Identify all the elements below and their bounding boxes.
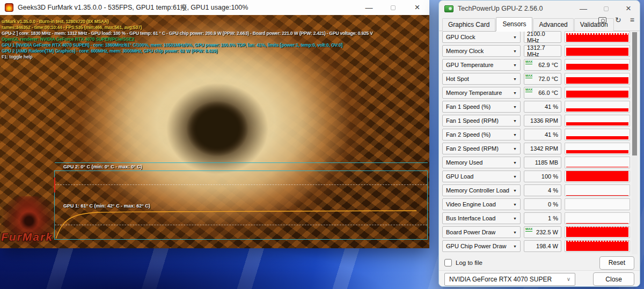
gpuz-window: TechPowerUp GPU-Z 2.56.0 — × Graphics Ca… — [438, 0, 640, 287]
sensor-graph — [565, 129, 630, 140]
sensor-name-dropdown[interactable]: Memory Temperature ▼ — [442, 87, 521, 99]
chevron-down-icon: ▼ — [513, 35, 517, 39]
close-icon[interactable]: × — [617, 1, 640, 17]
close-icon[interactable]: × — [405, 0, 429, 15]
sensor-name: GPU Clock — [446, 34, 475, 40]
sensor-graph — [565, 59, 630, 71]
furmark-titlebar[interactable]: Geeks3D FurMark v1.35.0.0 - 535FPS, GPU1… — [0, 0, 429, 15]
log-to-file-checkbox[interactable] — [444, 259, 452, 266]
sensor-value: 41 % — [545, 103, 558, 110]
furmark-window-title: Geeks3D FurMark v1.35.0.0 - 535FPS, GPU1… — [18, 3, 248, 12]
gpu2-temp-label: GPU 2: 0° C (min: 0° C - max: 0° C) — [63, 164, 142, 169]
chevron-down-icon: ▼ — [513, 231, 517, 234]
tab-sensors[interactable]: Sensors — [496, 17, 532, 31]
sensor-name-dropdown[interactable]: Fan 2 Speed (RPM) ▼ — [442, 143, 521, 154]
sensor-row: Memory Controller Load ▼ 4 % — [442, 184, 630, 196]
sensor-name-dropdown[interactable]: GPU Chip Power Draw ▼ — [442, 240, 521, 252]
sensor-value: 72.0 °C — [538, 76, 558, 82]
chevron-down-icon: ▼ — [513, 105, 517, 109]
sensor-value-box: 0 % — [524, 198, 561, 210]
sensor-graph — [565, 226, 630, 238]
sensor-name-dropdown[interactable]: Fan 2 Speed (%) ▼ — [442, 129, 521, 140]
sensor-graph — [565, 87, 630, 99]
tab-graphics-card[interactable]: Graphics Card — [442, 18, 495, 31]
desktop: Geeks3D FurMark v1.35.0.0 - 535FPS, GPU1… — [0, 0, 644, 289]
sensor-name-dropdown[interactable]: GPU Load ▼ — [442, 171, 521, 182]
sensor-name-dropdown[interactable]: GPU Temperature ▼ — [442, 59, 521, 71]
menu-hamburger-icon[interactable]: ≡ — [630, 17, 634, 23]
sensor-name: GPU Load — [446, 173, 473, 180]
sensor-name-dropdown[interactable]: GPU Clock ▼ — [442, 31, 521, 43]
sensor-name-dropdown[interactable]: Fan 1 Speed (%) ▼ — [442, 101, 521, 113]
sensor-graph — [565, 115, 630, 127]
sensor-name: Memory Controller Load — [446, 187, 509, 194]
tab-advanced[interactable]: Advanced — [533, 18, 573, 31]
sensor-row: Video Engine Load ▼ 0 % — [442, 198, 630, 210]
sensor-value: 1342 RPM — [530, 145, 558, 152]
sensor-scrollbar[interactable] — [632, 31, 638, 254]
sensor-value: 1336 RPM — [530, 117, 558, 124]
sensor-value: 100 % — [541, 173, 558, 180]
reset-button[interactable]: Reset — [599, 256, 634, 270]
furmark-window-controls: — × — [357, 0, 429, 15]
sensor-name-dropdown[interactable]: Memory Used ▼ — [442, 157, 521, 168]
minimize-icon[interactable]: — — [572, 1, 595, 17]
sensor-value-box: MAX 72.0 °C — [524, 73, 561, 85]
device-select[interactable]: NVIDIA GeForce RTX 4070 SUPER ∨ — [444, 273, 575, 286]
sensor-name-dropdown[interactable]: Board Power Draw ▼ — [442, 226, 521, 238]
screenshot-camera-icon[interactable] — [598, 17, 606, 23]
chevron-down-icon: ▼ — [513, 119, 517, 123]
gpu1-temp-label: GPU 1: 61° C (min: 42° C - max: 62° C) — [63, 203, 150, 209]
scrollbar-thumb[interactable] — [632, 32, 637, 155]
sensor-row: GPU Temperature ▼ MAX 62.9 °C — [442, 59, 630, 71]
sensor-name: Video Engine Load — [446, 201, 496, 208]
gpuz-window-controls: — × — [572, 1, 640, 16]
chevron-down-icon: ▼ — [513, 91, 517, 95]
sensor-row: Board Power Draw ▼ MAX 232.5 W — [442, 226, 630, 238]
sensor-name-dropdown[interactable]: Memory Clock ▼ — [442, 45, 521, 57]
maximize-icon[interactable] — [595, 1, 617, 17]
sensor-row: GPU Chip Power Draw ▼ 198.4 W — [442, 240, 630, 252]
sensor-value-box: MAX 66.0 °C — [524, 87, 561, 99]
sensor-name-dropdown[interactable]: Fan 1 Speed (RPM) ▼ — [442, 115, 521, 127]
sensor-value-box: 1185 MB — [524, 157, 561, 168]
sensor-graph-fill — [566, 108, 628, 112]
max-badge: MAX — [525, 60, 532, 64]
chevron-down-icon: ▼ — [513, 49, 517, 53]
sensor-value-box: 41 % — [524, 101, 561, 113]
gpuz-toolbar: ↻ ≡ — [598, 17, 634, 23]
furmark-app-icon — [5, 3, 13, 12]
sensor-row: Memory Used ▼ 1185 MB — [442, 157, 630, 168]
sensor-graph-fill — [566, 122, 628, 125]
gpuz-device-bar: NVIDIA GeForce RTX 4070 SUPER ∨ Close — [439, 270, 640, 287]
sensor-graph — [565, 240, 630, 252]
minimize-icon[interactable]: — — [357, 0, 381, 15]
gpuz-titlebar[interactable]: TechPowerUp GPU-Z 2.56.0 — × — [439, 1, 640, 17]
sensor-graph — [565, 171, 630, 182]
sensor-row: GPU Load ▼ 100 % — [442, 171, 630, 182]
max-badge: MAX — [525, 88, 532, 92]
refresh-icon[interactable]: ↻ — [615, 17, 621, 23]
overlay-line: F1: toggle help — [2, 54, 373, 60]
sensor-name-dropdown[interactable]: Memory Controller Load ▼ — [442, 184, 521, 196]
sensor-name-dropdown[interactable]: Bus Interface Load ▼ — [442, 212, 521, 224]
sensor-name: Board Power Draw — [446, 229, 495, 235]
sensor-name-dropdown[interactable]: Hot Spot ▼ — [442, 73, 521, 85]
chevron-down-icon: ▼ — [513, 63, 517, 67]
sensor-value-box: 1 % — [524, 212, 561, 224]
sensor-name-dropdown[interactable]: Video Engine Load ▼ — [442, 198, 521, 210]
chevron-down-icon: ▼ — [513, 244, 517, 248]
sensor-row: Fan 2 Speed (RPM) ▼ 1342 RPM — [442, 143, 630, 154]
sensor-row: Hot Spot ▼ MAX 72.0 °C — [442, 73, 630, 85]
sensor-graph — [565, 184, 630, 196]
sensor-name: Bus Interface Load — [446, 215, 495, 221]
maximize-icon[interactable] — [381, 0, 405, 15]
chevron-down-icon: ▼ — [513, 161, 517, 165]
sensor-graph-fill — [566, 167, 628, 167]
sensor-graph-fill — [566, 35, 628, 42]
chevron-down-icon: ▼ — [513, 147, 517, 151]
close-button[interactable]: Close — [593, 272, 634, 286]
sensor-value-box: 1312.7 MHz — [524, 45, 561, 57]
gpuz-app-icon — [444, 5, 453, 12]
chevron-down-icon: ▼ — [513, 133, 517, 137]
